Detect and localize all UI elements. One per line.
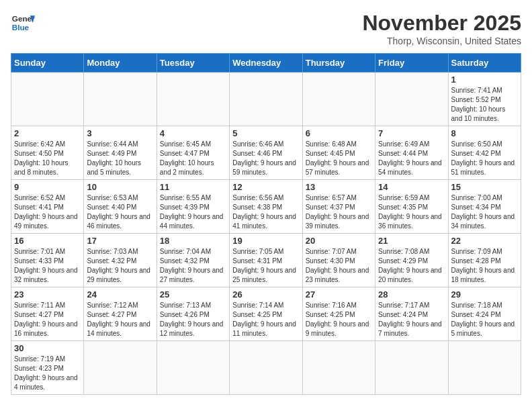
day-info: Sunrise: 7:09 AM Sunset: 4:28 PM Dayligh… — [451, 247, 518, 285]
day-info: Sunrise: 7:12 AM Sunset: 4:27 PM Dayligh… — [87, 301, 153, 338]
day-number: 26 — [232, 289, 299, 300]
day-number: 15 — [451, 182, 518, 192]
calendar-table: SundayMondayTuesdayWednesdayThursdayFrid… — [11, 53, 521, 395]
logo-icon: General Blue — [11, 11, 35, 35]
day-number: 11 — [160, 182, 226, 192]
calendar-cell — [157, 341, 229, 395]
calendar-cell: 6Sunrise: 6:48 AM Sunset: 4:45 PM Daylig… — [302, 126, 375, 180]
day-number: 27 — [306, 289, 372, 300]
logo: General Blue — [11, 11, 35, 35]
month-title: November 2025 — [362, 11, 521, 36]
day-number: 18 — [160, 236, 226, 246]
calendar-cell: 12Sunrise: 6:56 AM Sunset: 4:38 PM Dayli… — [230, 180, 302, 234]
calendar-body: 1Sunrise: 7:41 AM Sunset: 5:52 PM Daylig… — [11, 73, 521, 395]
calendar-cell: 11Sunrise: 6:55 AM Sunset: 4:39 PM Dayli… — [157, 180, 229, 234]
calendar-cell: 21Sunrise: 7:08 AM Sunset: 4:29 PM Dayli… — [375, 234, 448, 287]
day-number: 14 — [378, 182, 445, 192]
calendar-cell: 3Sunrise: 6:44 AM Sunset: 4:49 PM Daylig… — [84, 126, 157, 180]
day-number: 19 — [232, 236, 299, 246]
day-number: 29 — [451, 289, 518, 300]
day-number: 16 — [14, 236, 81, 246]
calendar-cell — [230, 341, 302, 395]
day-number: 10 — [87, 182, 153, 192]
calendar-cell: 26Sunrise: 7:14 AM Sunset: 4:25 PM Dayli… — [230, 287, 302, 341]
day-number: 6 — [306, 128, 372, 138]
calendar-cell: 17Sunrise: 7:03 AM Sunset: 4:32 PM Dayli… — [84, 234, 157, 287]
day-number: 28 — [378, 289, 445, 300]
title-block: November 2025 Thorp, Wisconsin, United S… — [362, 11, 521, 46]
day-info: Sunrise: 7:14 AM Sunset: 4:25 PM Dayligh… — [232, 301, 299, 338]
calendar-cell: 14Sunrise: 6:59 AM Sunset: 4:35 PM Dayli… — [375, 180, 448, 234]
calendar-cell: 2Sunrise: 6:42 AM Sunset: 4:50 PM Daylig… — [11, 126, 84, 180]
calendar-cell — [302, 73, 375, 126]
day-info: Sunrise: 7:01 AM Sunset: 4:33 PM Dayligh… — [14, 247, 81, 285]
day-info: Sunrise: 7:00 AM Sunset: 4:34 PM Dayligh… — [451, 193, 518, 231]
day-number: 7 — [378, 128, 445, 138]
calendar-cell: 13Sunrise: 6:57 AM Sunset: 4:37 PM Dayli… — [302, 180, 375, 234]
calendar-cell: 19Sunrise: 7:05 AM Sunset: 4:31 PM Dayli… — [230, 234, 302, 287]
calendar-cell: 5Sunrise: 6:46 AM Sunset: 4:46 PM Daylig… — [230, 126, 302, 180]
calendar-cell — [302, 341, 375, 395]
day-number: 5 — [232, 128, 299, 138]
weekday-header-row: SundayMondayTuesdayWednesdayThursdayFrid… — [11, 54, 521, 73]
calendar-cell: 15Sunrise: 7:00 AM Sunset: 4:34 PM Dayli… — [448, 180, 521, 234]
calendar-cell: 27Sunrise: 7:16 AM Sunset: 4:25 PM Dayli… — [302, 287, 375, 341]
calendar-cell: 29Sunrise: 7:18 AM Sunset: 4:24 PM Dayli… — [448, 287, 521, 341]
weekday-header-thursday: Thursday — [302, 54, 375, 73]
day-info: Sunrise: 6:42 AM Sunset: 4:50 PM Dayligh… — [14, 140, 81, 177]
day-info: Sunrise: 6:53 AM Sunset: 4:40 PM Dayligh… — [87, 193, 153, 231]
day-info: Sunrise: 7:19 AM Sunset: 4:23 PM Dayligh… — [14, 355, 81, 392]
day-number: 4 — [160, 128, 226, 138]
day-info: Sunrise: 6:49 AM Sunset: 4:44 PM Dayligh… — [378, 140, 445, 177]
calendar-cell — [375, 341, 448, 395]
calendar-cell: 23Sunrise: 7:11 AM Sunset: 4:27 PM Dayli… — [11, 287, 84, 341]
day-info: Sunrise: 7:07 AM Sunset: 4:30 PM Dayligh… — [306, 247, 372, 285]
weekday-header-monday: Monday — [84, 54, 157, 73]
calendar-week-2: 2Sunrise: 6:42 AM Sunset: 4:50 PM Daylig… — [11, 126, 521, 180]
day-info: Sunrise: 7:05 AM Sunset: 4:31 PM Dayligh… — [232, 247, 299, 285]
day-info: Sunrise: 6:59 AM Sunset: 4:35 PM Dayligh… — [378, 193, 445, 231]
day-info: Sunrise: 7:08 AM Sunset: 4:29 PM Dayligh… — [378, 247, 445, 285]
day-info: Sunrise: 6:44 AM Sunset: 4:49 PM Dayligh… — [87, 140, 153, 177]
calendar-cell: 20Sunrise: 7:07 AM Sunset: 4:30 PM Dayli… — [302, 234, 375, 287]
day-info: Sunrise: 6:57 AM Sunset: 4:37 PM Dayligh… — [306, 193, 372, 231]
calendar-cell: 8Sunrise: 6:50 AM Sunset: 4:42 PM Daylig… — [448, 126, 521, 180]
calendar-cell — [230, 73, 302, 126]
day-number: 9 — [14, 182, 81, 192]
day-info: Sunrise: 7:16 AM Sunset: 4:25 PM Dayligh… — [306, 301, 372, 338]
day-info: Sunrise: 7:03 AM Sunset: 4:32 PM Dayligh… — [87, 247, 153, 285]
calendar-cell — [11, 73, 84, 126]
day-number: 20 — [306, 236, 372, 246]
day-number: 13 — [306, 182, 372, 192]
calendar-cell: 25Sunrise: 7:13 AM Sunset: 4:26 PM Dayli… — [157, 287, 229, 341]
calendar-week-1: 1Sunrise: 7:41 AM Sunset: 5:52 PM Daylig… — [11, 73, 521, 126]
day-number: 3 — [87, 128, 153, 138]
day-number: 1 — [451, 75, 518, 85]
calendar-cell: 24Sunrise: 7:12 AM Sunset: 4:27 PM Dayli… — [84, 287, 157, 341]
day-info: Sunrise: 6:55 AM Sunset: 4:39 PM Dayligh… — [160, 193, 226, 231]
day-info: Sunrise: 7:04 AM Sunset: 4:32 PM Dayligh… — [160, 247, 226, 285]
calendar-cell: 28Sunrise: 7:17 AM Sunset: 4:24 PM Dayli… — [375, 287, 448, 341]
day-number: 17 — [87, 236, 153, 246]
day-info: Sunrise: 6:50 AM Sunset: 4:42 PM Dayligh… — [451, 140, 518, 177]
calendar-cell — [84, 73, 157, 126]
day-number: 2 — [14, 128, 81, 138]
day-number: 25 — [160, 289, 226, 300]
weekday-header-saturday: Saturday — [448, 54, 521, 73]
day-info: Sunrise: 6:52 AM Sunset: 4:41 PM Dayligh… — [14, 193, 81, 231]
calendar-cell: 10Sunrise: 6:53 AM Sunset: 4:40 PM Dayli… — [84, 180, 157, 234]
calendar-cell — [84, 341, 157, 395]
page-header: General Blue November 2025 Thorp, Wiscon… — [11, 11, 521, 46]
day-info: Sunrise: 6:48 AM Sunset: 4:45 PM Dayligh… — [306, 140, 372, 177]
day-number: 8 — [451, 128, 518, 138]
weekday-header-sunday: Sunday — [11, 54, 84, 73]
calendar-cell: 18Sunrise: 7:04 AM Sunset: 4:32 PM Dayli… — [157, 234, 229, 287]
calendar-cell: 22Sunrise: 7:09 AM Sunset: 4:28 PM Dayli… — [448, 234, 521, 287]
weekday-header-tuesday: Tuesday — [157, 54, 229, 73]
calendar-week-4: 16Sunrise: 7:01 AM Sunset: 4:33 PM Dayli… — [11, 234, 521, 287]
calendar-cell: 9Sunrise: 6:52 AM Sunset: 4:41 PM Daylig… — [11, 180, 84, 234]
day-info: Sunrise: 6:45 AM Sunset: 4:47 PM Dayligh… — [160, 140, 226, 177]
weekday-header-friday: Friday — [375, 54, 448, 73]
weekday-header-wednesday: Wednesday — [230, 54, 302, 73]
day-info: Sunrise: 7:13 AM Sunset: 4:26 PM Dayligh… — [160, 301, 226, 338]
